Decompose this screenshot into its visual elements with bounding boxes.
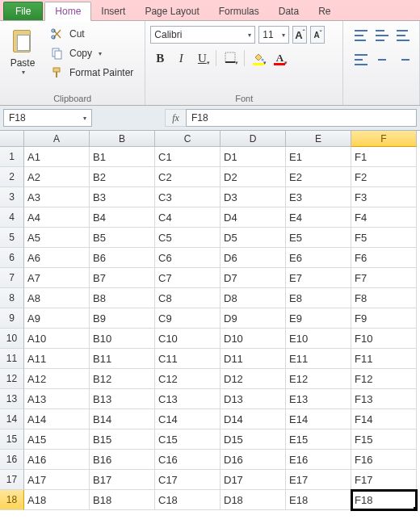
underline-button[interactable]: U▾ xyxy=(192,48,212,68)
tab-home[interactable]: Home xyxy=(44,2,91,21)
cell-A15[interactable]: A15 xyxy=(24,429,90,450)
cell-D17[interactable]: D17 xyxy=(220,470,286,490)
cell-D6[interactable]: D6 xyxy=(220,248,286,268)
cell-A11[interactable]: A11 xyxy=(24,349,90,369)
cell-F8[interactable]: F8 xyxy=(351,288,417,308)
row-header-18[interactable]: 18 xyxy=(0,490,24,510)
align-right-button[interactable] xyxy=(393,50,413,69)
tab-page-layout[interactable]: Page Layout xyxy=(135,2,208,20)
cell-E11[interactable]: E11 xyxy=(286,349,351,369)
row-header-6[interactable]: 6 xyxy=(0,248,24,268)
cell-B1[interactable]: B1 xyxy=(90,147,155,167)
cell-A2[interactable]: A2 xyxy=(24,167,90,187)
borders-button[interactable]: ▾ xyxy=(220,48,240,68)
cell-B13[interactable]: B13 xyxy=(90,389,155,409)
cell-F11[interactable]: F11 xyxy=(351,349,417,369)
cell-C6[interactable]: C6 xyxy=(155,248,220,268)
row-header-14[interactable]: 14 xyxy=(0,409,24,429)
cell-C15[interactable]: C15 xyxy=(155,429,220,450)
cut-button[interactable]: Cut xyxy=(47,26,136,42)
cell-F12[interactable]: F12 xyxy=(351,369,417,389)
cell-B11[interactable]: B11 xyxy=(90,349,155,369)
cell-D10[interactable]: D10 xyxy=(220,329,286,349)
cell-B17[interactable]: B17 xyxy=(90,470,155,490)
cell-F17[interactable]: F17 xyxy=(351,470,417,490)
cell-A17[interactable]: A17 xyxy=(24,470,90,490)
cell-E8[interactable]: E8 xyxy=(286,288,351,308)
row-header-16[interactable]: 16 xyxy=(0,450,24,470)
cell-B2[interactable]: B2 xyxy=(90,167,155,187)
cell-F16[interactable]: F16 xyxy=(351,450,417,470)
cell-E7[interactable]: E7 xyxy=(286,268,351,288)
cell-C1[interactable]: C1 xyxy=(155,147,220,167)
row-header-8[interactable]: 8 xyxy=(0,288,24,308)
cell-A3[interactable]: A3 xyxy=(24,187,90,207)
cell-C13[interactable]: C13 xyxy=(155,389,220,409)
cell-F1[interactable]: F1 xyxy=(351,147,417,167)
cell-C12[interactable]: C12 xyxy=(155,369,220,389)
font-size-combo[interactable]: 11 ▾ xyxy=(258,26,289,44)
cell-F15[interactable]: F15 xyxy=(351,429,417,450)
tab-formulas[interactable]: Formulas xyxy=(209,2,269,20)
cell-D18[interactable]: D18 xyxy=(220,490,286,510)
cell-B6[interactable]: B6 xyxy=(90,248,155,268)
cell-B8[interactable]: B8 xyxy=(90,288,155,308)
cell-C14[interactable]: C14 xyxy=(155,409,220,429)
cell-F6[interactable]: F6 xyxy=(351,248,417,268)
cell-E3[interactable]: E3 xyxy=(286,187,351,207)
grow-font-button[interactable]: Aˆ xyxy=(292,26,307,44)
cell-B5[interactable]: B5 xyxy=(90,228,155,248)
cell-E6[interactable]: E6 xyxy=(286,248,351,268)
cell-C17[interactable]: C17 xyxy=(155,470,220,490)
cell-C9[interactable]: C9 xyxy=(155,308,220,329)
row-header-11[interactable]: 11 xyxy=(0,349,24,369)
cell-F7[interactable]: F7 xyxy=(351,268,417,288)
column-header-C[interactable]: C xyxy=(155,131,220,147)
tab-review[interactable]: Re xyxy=(309,2,340,20)
cell-B3[interactable]: B3 xyxy=(90,187,155,207)
cell-E12[interactable]: E12 xyxy=(286,369,351,389)
cell-D4[interactable]: D4 xyxy=(220,207,286,228)
row-header-4[interactable]: 4 xyxy=(0,207,24,228)
cell-D3[interactable]: D3 xyxy=(220,187,286,207)
cell-D15[interactable]: D15 xyxy=(220,429,286,450)
cell-A9[interactable]: A9 xyxy=(24,308,90,329)
column-header-E[interactable]: E xyxy=(286,131,351,147)
select-all-corner[interactable] xyxy=(0,131,24,147)
name-box[interactable]: F18 ▾ xyxy=(3,109,92,127)
column-header-D[interactable]: D xyxy=(220,131,286,147)
cell-A12[interactable]: A12 xyxy=(24,369,90,389)
cell-A18[interactable]: A18 xyxy=(24,490,90,510)
row-header-17[interactable]: 17 xyxy=(0,470,24,490)
cell-C3[interactable]: C3 xyxy=(155,187,220,207)
fill-color-button[interactable]: ▾ xyxy=(249,48,268,68)
cell-D12[interactable]: D12 xyxy=(220,369,286,389)
cell-C16[interactable]: C16 xyxy=(155,450,220,470)
row-header-7[interactable]: 7 xyxy=(0,268,24,288)
align-top-button[interactable] xyxy=(351,26,371,45)
cell-E9[interactable]: E9 xyxy=(286,308,351,329)
align-center-button[interactable] xyxy=(372,50,392,69)
cell-E15[interactable]: E15 xyxy=(286,429,351,450)
cell-F13[interactable]: F13 xyxy=(351,389,417,409)
format-painter-button[interactable]: Format Painter xyxy=(47,65,136,81)
cell-C2[interactable]: C2 xyxy=(155,167,220,187)
row-header-3[interactable]: 3 xyxy=(0,187,24,207)
cell-E18[interactable]: E18 xyxy=(286,490,351,510)
row-header-13[interactable]: 13 xyxy=(0,389,24,409)
cell-A10[interactable]: A10 xyxy=(24,329,90,349)
cell-A14[interactable]: A14 xyxy=(24,409,90,429)
cell-E17[interactable]: E17 xyxy=(286,470,351,490)
cell-E16[interactable]: E16 xyxy=(286,450,351,470)
align-middle-button[interactable] xyxy=(372,26,392,45)
cell-A16[interactable]: A16 xyxy=(24,450,90,470)
align-left-button[interactable] xyxy=(351,50,371,69)
cell-C7[interactable]: C7 xyxy=(155,268,220,288)
cell-A4[interactable]: A4 xyxy=(24,207,90,228)
bold-button[interactable]: B xyxy=(150,48,170,68)
cell-B18[interactable]: B18 xyxy=(90,490,155,510)
cell-C5[interactable]: C5 xyxy=(155,228,220,248)
cell-B4[interactable]: B4 xyxy=(90,207,155,228)
cell-F3[interactable]: F3 xyxy=(351,187,417,207)
cell-E13[interactable]: E13 xyxy=(286,389,351,409)
